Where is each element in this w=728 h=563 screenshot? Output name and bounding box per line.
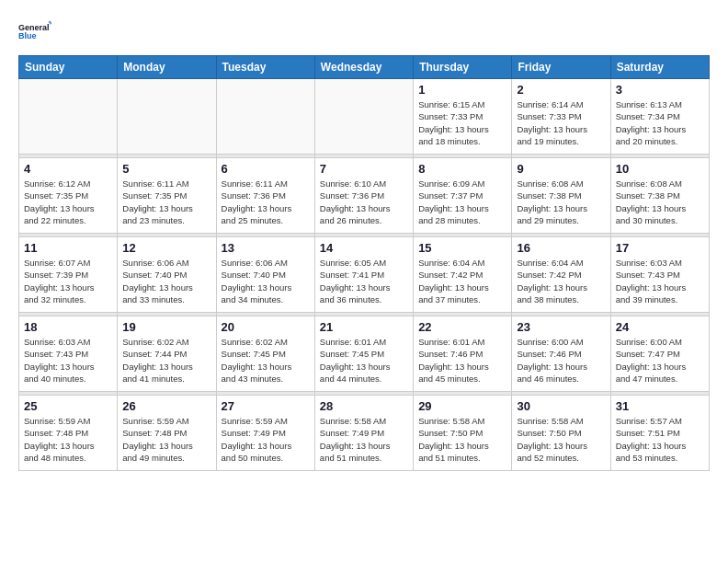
day-number: 1 <box>418 83 506 97</box>
day-info: Sunrise: 6:14 AM Sunset: 7:33 PM Dayligh… <box>517 98 605 147</box>
day-info: Sunrise: 6:00 AM Sunset: 7:47 PM Dayligh… <box>616 336 704 385</box>
day-number: 25 <box>24 399 112 413</box>
calendar-day: 20Sunrise: 6:02 AM Sunset: 7:45 PM Dayli… <box>216 316 314 392</box>
calendar-week: 1Sunrise: 6:15 AM Sunset: 7:33 PM Daylig… <box>19 79 710 155</box>
calendar-day: 10Sunrise: 6:08 AM Sunset: 7:38 PM Dayli… <box>610 158 709 234</box>
page: General Blue SundayMondayTuesdayWednesda… <box>0 0 728 486</box>
day-header: Thursday <box>414 56 512 79</box>
calendar-day: 25Sunrise: 5:59 AM Sunset: 7:48 PM Dayli… <box>19 396 118 471</box>
day-header: Monday <box>118 56 216 79</box>
day-number: 5 <box>122 162 210 176</box>
day-number: 31 <box>616 399 704 413</box>
calendar-day: 23Sunrise: 6:00 AM Sunset: 7:46 PM Dayli… <box>512 316 610 392</box>
calendar-day: 27Sunrise: 5:59 AM Sunset: 7:49 PM Dayli… <box>216 396 314 471</box>
calendar-day: 9Sunrise: 6:08 AM Sunset: 7:38 PM Daylig… <box>512 158 610 234</box>
calendar-week: 18Sunrise: 6:03 AM Sunset: 7:43 PM Dayli… <box>19 316 710 392</box>
day-info: Sunrise: 5:59 AM Sunset: 7:48 PM Dayligh… <box>122 415 210 464</box>
day-info: Sunrise: 5:59 AM Sunset: 7:48 PM Dayligh… <box>24 415 112 464</box>
day-number: 2 <box>517 83 605 97</box>
day-info: Sunrise: 6:13 AM Sunset: 7:34 PM Dayligh… <box>616 98 704 147</box>
day-info: Sunrise: 6:11 AM Sunset: 7:35 PM Dayligh… <box>122 178 210 226</box>
day-number: 19 <box>122 320 210 334</box>
day-number: 24 <box>616 320 704 334</box>
calendar-day: 28Sunrise: 5:58 AM Sunset: 7:49 PM Dayli… <box>314 396 413 471</box>
calendar-day: 17Sunrise: 6:03 AM Sunset: 7:43 PM Dayli… <box>610 237 709 313</box>
day-header: Wednesday <box>314 56 413 79</box>
day-info: Sunrise: 5:59 AM Sunset: 7:49 PM Dayligh… <box>222 415 310 464</box>
day-number: 9 <box>517 162 605 176</box>
calendar-day: 6Sunrise: 6:11 AM Sunset: 7:36 PM Daylig… <box>216 158 314 234</box>
logo: General Blue <box>18 15 51 48</box>
day-info: Sunrise: 6:06 AM Sunset: 7:40 PM Dayligh… <box>122 257 210 305</box>
calendar-week: 25Sunrise: 5:59 AM Sunset: 7:48 PM Dayli… <box>19 396 710 471</box>
calendar-day: 16Sunrise: 6:04 AM Sunset: 7:42 PM Dayli… <box>512 237 610 313</box>
day-info: Sunrise: 6:01 AM Sunset: 7:46 PM Dayligh… <box>418 336 506 385</box>
day-info: Sunrise: 6:01 AM Sunset: 7:45 PM Dayligh… <box>320 336 408 385</box>
day-info: Sunrise: 5:57 AM Sunset: 7:51 PM Dayligh… <box>616 415 704 464</box>
day-number: 23 <box>517 320 605 334</box>
day-info: Sunrise: 6:08 AM Sunset: 7:38 PM Dayligh… <box>517 178 605 226</box>
day-info: Sunrise: 6:02 AM Sunset: 7:45 PM Dayligh… <box>222 336 310 385</box>
day-info: Sunrise: 5:58 AM Sunset: 7:50 PM Dayligh… <box>517 415 605 464</box>
day-number: 16 <box>517 241 605 255</box>
day-info: Sunrise: 6:00 AM Sunset: 7:46 PM Dayligh… <box>517 336 605 385</box>
calendar-day: 24Sunrise: 6:00 AM Sunset: 7:47 PM Dayli… <box>610 316 709 392</box>
calendar-day: 19Sunrise: 6:02 AM Sunset: 7:44 PM Dayli… <box>118 316 216 392</box>
day-number: 21 <box>320 320 408 334</box>
day-number: 10 <box>616 162 704 176</box>
day-number: 20 <box>222 320 310 334</box>
day-number: 8 <box>418 162 506 176</box>
calendar-day <box>216 79 314 155</box>
day-info: Sunrise: 6:08 AM Sunset: 7:38 PM Dayligh… <box>616 178 704 226</box>
day-number: 17 <box>616 241 704 255</box>
day-info: Sunrise: 6:04 AM Sunset: 7:42 PM Dayligh… <box>517 257 605 305</box>
day-info: Sunrise: 6:07 AM Sunset: 7:39 PM Dayligh… <box>24 257 112 305</box>
day-info: Sunrise: 6:11 AM Sunset: 7:36 PM Dayligh… <box>222 178 310 226</box>
day-number: 4 <box>24 162 112 176</box>
day-info: Sunrise: 6:09 AM Sunset: 7:37 PM Dayligh… <box>418 178 506 226</box>
calendar-day: 4Sunrise: 6:12 AM Sunset: 7:35 PM Daylig… <box>19 158 118 234</box>
day-header: Tuesday <box>216 56 314 79</box>
day-info: Sunrise: 5:58 AM Sunset: 7:50 PM Dayligh… <box>418 415 506 464</box>
day-header: Friday <box>512 56 610 79</box>
calendar-day: 7Sunrise: 6:10 AM Sunset: 7:36 PM Daylig… <box>314 158 413 234</box>
calendar-day: 1Sunrise: 6:15 AM Sunset: 7:33 PM Daylig… <box>414 79 512 155</box>
header-row: SundayMondayTuesdayWednesdayThursdayFrid… <box>19 56 710 79</box>
day-number: 30 <box>517 399 605 413</box>
svg-text:Blue: Blue <box>18 31 37 40</box>
calendar-day: 14Sunrise: 6:05 AM Sunset: 7:41 PM Dayli… <box>314 237 413 313</box>
calendar-day: 2Sunrise: 6:14 AM Sunset: 7:33 PM Daylig… <box>512 79 610 155</box>
calendar-week: 4Sunrise: 6:12 AM Sunset: 7:35 PM Daylig… <box>19 158 710 234</box>
calendar-day: 8Sunrise: 6:09 AM Sunset: 7:37 PM Daylig… <box>414 158 512 234</box>
calendar-day: 5Sunrise: 6:11 AM Sunset: 7:35 PM Daylig… <box>118 158 216 234</box>
day-info: Sunrise: 6:03 AM Sunset: 7:43 PM Dayligh… <box>616 257 704 305</box>
calendar: SundayMondayTuesdayWednesdayThursdayFrid… <box>18 55 710 471</box>
day-number: 11 <box>24 241 112 255</box>
calendar-day: 26Sunrise: 5:59 AM Sunset: 7:48 PM Dayli… <box>118 396 216 471</box>
day-number: 6 <box>222 162 310 176</box>
logo-svg: General Blue <box>18 15 51 48</box>
calendar-day: 30Sunrise: 5:58 AM Sunset: 7:50 PM Dayli… <box>512 396 610 471</box>
calendar-day: 21Sunrise: 6:01 AM Sunset: 7:45 PM Dayli… <box>314 316 413 392</box>
day-number: 3 <box>616 83 704 97</box>
calendar-day: 22Sunrise: 6:01 AM Sunset: 7:46 PM Dayli… <box>414 316 512 392</box>
day-number: 12 <box>122 241 210 255</box>
calendar-day: 15Sunrise: 6:04 AM Sunset: 7:42 PM Dayli… <box>414 237 512 313</box>
day-number: 22 <box>418 320 506 334</box>
day-info: Sunrise: 6:15 AM Sunset: 7:33 PM Dayligh… <box>418 98 506 147</box>
calendar-day: 11Sunrise: 6:07 AM Sunset: 7:39 PM Dayli… <box>19 237 118 313</box>
day-info: Sunrise: 6:04 AM Sunset: 7:42 PM Dayligh… <box>418 257 506 305</box>
calendar-day: 3Sunrise: 6:13 AM Sunset: 7:34 PM Daylig… <box>610 79 709 155</box>
day-number: 18 <box>24 320 112 334</box>
day-info: Sunrise: 6:12 AM Sunset: 7:35 PM Dayligh… <box>24 178 112 226</box>
day-number: 14 <box>320 241 408 255</box>
calendar-day: 29Sunrise: 5:58 AM Sunset: 7:50 PM Dayli… <box>414 396 512 471</box>
day-info: Sunrise: 6:03 AM Sunset: 7:43 PM Dayligh… <box>24 336 112 385</box>
calendar-day <box>314 79 413 155</box>
day-number: 26 <box>122 399 210 413</box>
day-info: Sunrise: 6:02 AM Sunset: 7:44 PM Dayligh… <box>122 336 210 385</box>
calendar-day <box>118 79 216 155</box>
calendar-day: 13Sunrise: 6:06 AM Sunset: 7:40 PM Dayli… <box>216 237 314 313</box>
day-info: Sunrise: 6:05 AM Sunset: 7:41 PM Dayligh… <box>320 257 408 305</box>
day-info: Sunrise: 6:10 AM Sunset: 7:36 PM Dayligh… <box>320 178 408 226</box>
